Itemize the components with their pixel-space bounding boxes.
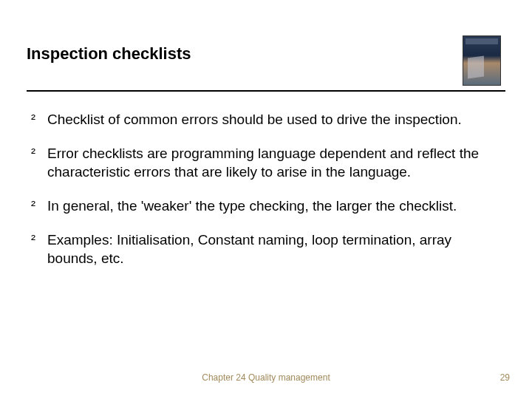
bullet-text: Error checklists are programming languag… (47, 145, 501, 181)
bullet-glyph-icon: ² (31, 145, 47, 181)
header-row: Inspection checklists (27, 35, 505, 86)
bullet-item: ² Error checklists are programming langu… (31, 145, 501, 181)
bullet-item: ² In general, the 'weaker' the type chec… (31, 197, 501, 215)
slide-title: Inspection checklists (27, 35, 191, 64)
bullet-text: In general, the 'weaker' the type checki… (47, 197, 457, 215)
page-number: 29 (500, 372, 510, 383)
bullet-text: Examples: Initialisation, Constant namin… (47, 231, 501, 267)
book-cover-icon (463, 35, 501, 86)
bullet-glyph-icon: ² (31, 111, 47, 129)
content-area: ² Checklist of common errors should be u… (27, 92, 505, 267)
bullet-item: ² Checklist of common errors should be u… (31, 111, 501, 129)
bullet-item: ² Examples: Initialisation, Constant nam… (31, 231, 501, 267)
bullet-glyph-icon: ² (31, 197, 47, 215)
footer-text: Chapter 24 Quality management (202, 372, 330, 383)
bullet-text: Checklist of common errors should be use… (47, 111, 462, 129)
slide: Inspection checklists ² Checklist of com… (0, 0, 532, 399)
footer: Chapter 24 Quality management (0, 372, 532, 383)
bullet-glyph-icon: ² (31, 231, 47, 267)
